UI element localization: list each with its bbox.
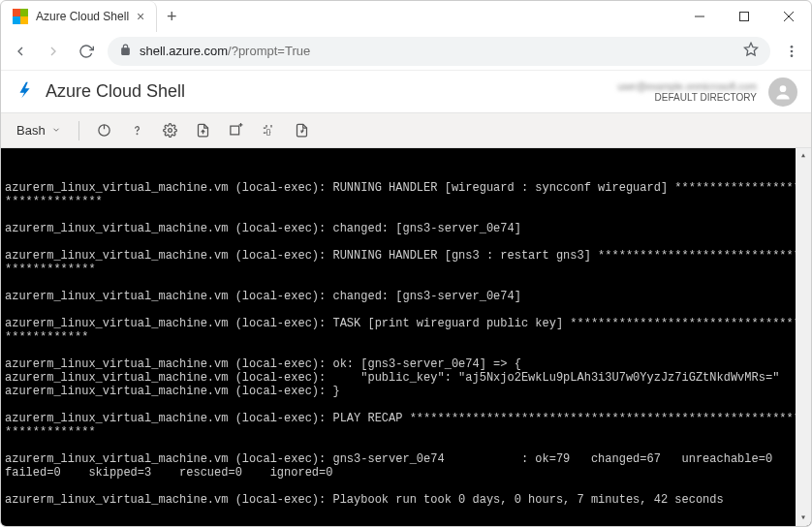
azure-logo-icon (15, 79, 36, 104)
tab-close-icon[interactable]: × (137, 9, 144, 24)
terminal-line: azurerm_linux_virtual_machine.vm (local-… (5, 290, 807, 303)
ms-logo-icon (13, 9, 28, 24)
terminal-output[interactable]: azurerm_linux_virtual_machine.vm (local-… (1, 148, 811, 526)
lock-icon (119, 44, 132, 59)
account-directory: DEFAULT DIRECTORY (617, 92, 757, 103)
terminal-line (5, 398, 807, 412)
window-controls (677, 1, 811, 32)
svg-point-5 (791, 46, 794, 48)
terminal-line: azurerm_linux_virtual_machine.vm (local-… (5, 181, 807, 208)
shell-name: Bash (16, 123, 46, 138)
svg-rect-1 (740, 13, 749, 21)
terminal-line: azurerm_linux_virtual_machine.vm (local-… (5, 385, 807, 398)
reload-button[interactable] (75, 40, 98, 63)
svg-point-6 (791, 49, 794, 52)
help-icon[interactable] (124, 117, 151, 144)
terminal-line: azurerm_linux_virtual_machine.vm (local-… (5, 371, 807, 385)
forward-button[interactable] (42, 40, 65, 63)
cloud-shell-toolbar: Bash {} (1, 113, 811, 148)
terminal-line (5, 344, 807, 357)
terminal-line: azurerm_linux_virtual_machine.vm (local-… (5, 357, 807, 371)
maximize-button[interactable] (722, 1, 766, 32)
terminal-line (5, 303, 807, 317)
terminal-line (5, 276, 807, 290)
avatar[interactable] (768, 78, 797, 107)
svg-point-8 (780, 85, 787, 92)
web-preview-icon[interactable] (289, 117, 316, 144)
svg-point-7 (791, 54, 794, 57)
terminal-line: azurerm_linux_virtual_machine.vm (local-… (5, 452, 807, 480)
terminal-line: azurerm_linux_virtual_machine.vm (local-… (5, 222, 807, 235)
terminal-line (5, 235, 807, 249)
account-info[interactable]: user@example.onmicrosoft.com DEFAULT DIR… (617, 81, 757, 103)
window-titlebar: Azure Cloud Shell × + (1, 1, 811, 32)
url-text: shell.azure.com/?prompt=True (140, 44, 310, 58)
tab-title: Azure Cloud Shell (36, 10, 129, 23)
svg-point-12 (169, 129, 172, 133)
new-tab-button[interactable]: + (157, 1, 186, 32)
upload-icon[interactable] (190, 117, 217, 144)
menu-button[interactable] (780, 40, 803, 63)
settings-icon[interactable] (157, 117, 184, 144)
terminal-line: azurerm_linux_virtual_machine.vm (local-… (5, 317, 807, 344)
terminal-scrollbar[interactable]: ▴ ▾ (796, 148, 811, 526)
terminal-line: azurerm_linux_virtual_machine.vm (local-… (5, 249, 807, 276)
terminal-line (5, 208, 807, 222)
separator (78, 121, 79, 140)
close-button[interactable] (766, 1, 811, 32)
terminal-line (5, 480, 807, 493)
account-email: user@example.onmicrosoft.com (617, 81, 757, 92)
shell-selector[interactable]: Bash (11, 119, 67, 141)
scroll-down-icon[interactable]: ▾ (796, 511, 811, 526)
back-button[interactable] (9, 40, 32, 63)
editor-icon[interactable]: {} (256, 117, 283, 144)
browser-toolbar: shell.azure.com/?prompt=True (1, 32, 811, 71)
svg-text:{}: {} (266, 127, 272, 136)
terminal-line: azurerm_linux_virtual_machine.vm (local-… (5, 412, 807, 439)
chevron-down-icon (51, 123, 61, 138)
address-bar[interactable]: shell.azure.com/?prompt=True (108, 37, 770, 66)
browser-tab[interactable]: Azure Cloud Shell × (1, 1, 157, 32)
restart-icon[interactable] (91, 117, 118, 144)
svg-point-11 (137, 134, 138, 135)
star-icon[interactable] (743, 42, 759, 60)
terminal-line: azurerm_linux_virtual_machine.vm (local-… (5, 493, 807, 507)
azure-header: Azure Cloud Shell user@example.onmicroso… (1, 71, 811, 113)
scroll-up-icon[interactable]: ▴ (796, 148, 811, 164)
svg-marker-4 (744, 43, 757, 55)
terminal-line (5, 439, 807, 452)
minimize-button[interactable] (677, 1, 722, 32)
page-title: Azure Cloud Shell (46, 81, 185, 102)
new-session-icon[interactable] (223, 117, 250, 144)
svg-rect-14 (231, 126, 239, 135)
